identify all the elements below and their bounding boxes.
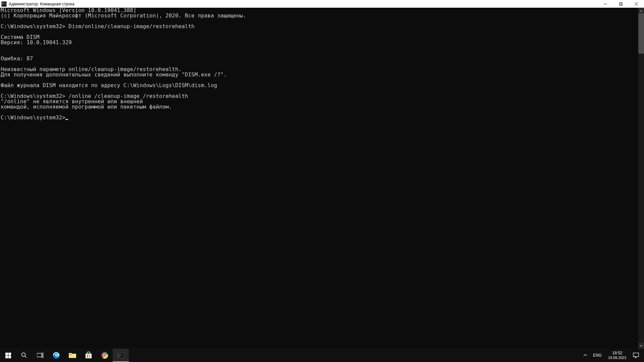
tray-clock[interactable]: 18:52 19.09.2021 <box>605 349 630 362</box>
start-button[interactable] <box>0 349 16 362</box>
svg-rect-18 <box>87 355 88 356</box>
svg-rect-5 <box>5 353 8 355</box>
svg-rect-19 <box>89 355 90 356</box>
svg-rect-13 <box>42 356 44 358</box>
svg-rect-2 <box>620 2 623 5</box>
edge-icon <box>52 351 60 359</box>
task-view-button[interactable] <box>32 349 48 362</box>
tray-action-center[interactable] <box>630 349 642 362</box>
close-button[interactable] <box>629 0 644 8</box>
scroll-track[interactable] <box>638 13 644 343</box>
windows-logo-icon <box>5 353 11 358</box>
tray-time: 18:52 <box>612 351 622 355</box>
system-tray: ENG 18:52 19.09.2021 <box>581 349 644 362</box>
tray-date: 19.09.2021 <box>608 355 627 360</box>
maximize-button[interactable] <box>613 0 629 8</box>
window-titlebar: C:\ Администратор: Командная строка <box>0 0 644 8</box>
scroll-down-arrow[interactable]: ▼ <box>638 343 644 349</box>
taskbar-app-store[interactable] <box>80 349 97 362</box>
task-view-icon <box>37 353 44 358</box>
svg-rect-8 <box>8 356 11 358</box>
taskbar-app-edge[interactable] <box>48 349 64 362</box>
search-button[interactable] <box>16 349 32 362</box>
svg-rect-16 <box>69 355 71 355</box>
scroll-up-arrow[interactable]: ▲ <box>638 8 644 13</box>
vertical-scrollbar[interactable]: ▲ ▼ <box>638 8 644 349</box>
svg-rect-1 <box>619 3 622 6</box>
terminal-icon: C:\ <box>117 352 124 358</box>
svg-point-9 <box>22 353 25 357</box>
svg-text:C:\: C:\ <box>118 353 122 356</box>
notification-icon <box>633 352 639 358</box>
scroll-thumb[interactable] <box>638 13 644 54</box>
text-cursor <box>65 119 68 120</box>
svg-rect-7 <box>5 356 8 358</box>
console-output[interactable]: Microsoft Windows [Version 10.0.19041.38… <box>0 8 638 349</box>
window-title: Администратор: Командная строка <box>9 2 74 6</box>
console-area: Microsoft Windows [Version 10.0.19041.38… <box>0 8 644 349</box>
svg-rect-20 <box>87 356 88 358</box>
tray-overflow-button[interactable] <box>581 349 590 362</box>
taskbar-app-cmd[interactable]: C:\ <box>113 349 129 362</box>
chevron-up-icon <box>584 354 587 356</box>
svg-rect-17 <box>86 354 92 358</box>
tray-language[interactable]: ENG <box>590 349 605 362</box>
svg-rect-11 <box>37 353 42 357</box>
folder-icon <box>68 352 76 359</box>
svg-rect-12 <box>42 353 44 355</box>
svg-rect-28 <box>633 353 639 357</box>
svg-point-24 <box>104 354 106 357</box>
search-icon <box>21 352 27 358</box>
svg-line-10 <box>25 356 26 358</box>
svg-rect-21 <box>89 356 90 358</box>
chrome-icon <box>101 352 108 359</box>
taskbar: C:\ ENG 18:52 19.09.2021 <box>0 349 644 362</box>
taskbar-app-explorer[interactable] <box>64 349 80 362</box>
cmd-icon: C:\ <box>1 1 7 7</box>
store-icon <box>85 352 92 359</box>
minimize-button[interactable] <box>598 0 613 8</box>
svg-rect-6 <box>8 353 11 355</box>
taskbar-app-chrome[interactable] <box>97 349 113 362</box>
